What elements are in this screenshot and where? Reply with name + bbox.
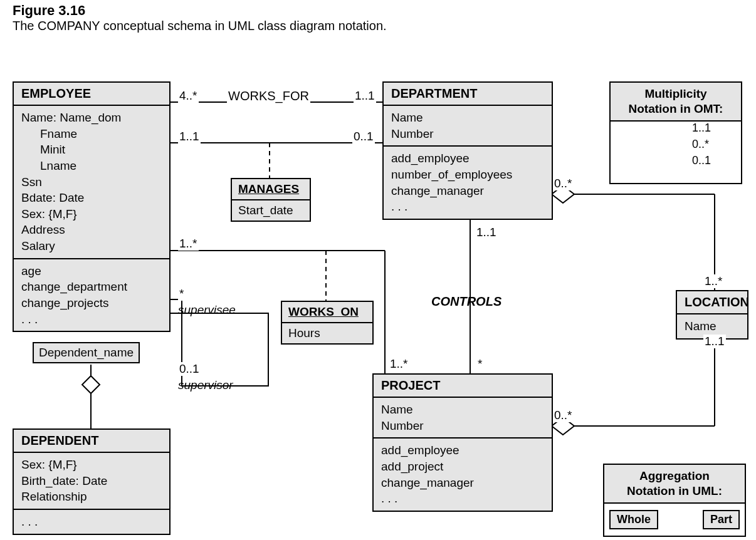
op: change_projects (21, 295, 162, 311)
qualifier-dependent-name: Dependent_name (33, 342, 140, 363)
legend-item: 0..1 (692, 154, 711, 167)
op: . . . (391, 199, 544, 215)
legend-title: Multiplicity (644, 87, 706, 100)
attr: Number (381, 418, 544, 434)
svg-marker-8 (82, 376, 100, 393)
op: change_manager (391, 183, 544, 199)
attr: Lname (21, 158, 162, 174)
attr: Sex: {M,F} (21, 457, 162, 473)
rel-controls: CONTROLS (431, 294, 501, 309)
mult-deptloc-loc: 1..* (703, 274, 724, 288)
op: add_employee (381, 442, 544, 459)
attr: Name (381, 402, 544, 418)
legend-whole: Whole (609, 510, 658, 529)
mult-supervisee: * (178, 287, 185, 301)
mult-workson-bot: 1..* (389, 357, 409, 371)
assoc-class-workson: WORKS_ON Hours (281, 301, 374, 345)
legend-title: Notation in OMT: (629, 102, 723, 115)
class-title: DEPENDENT (14, 430, 169, 453)
role-supervisee: supervisee (178, 303, 236, 317)
mult-manages-right: 0..1 (352, 130, 375, 143)
class-title: LOCATION (677, 291, 747, 314)
attr: Minit (21, 142, 162, 158)
attr: Name (685, 318, 740, 335)
attr: Relationship (21, 489, 162, 505)
mult-workson-right: * (476, 357, 483, 371)
mult-supervisor: 0..1 (178, 362, 201, 376)
mult-manages-left: 1..1 (178, 130, 201, 143)
assoc-title: WORKS_ON (282, 302, 372, 323)
op: add_employee (391, 150, 544, 167)
attr: Birth_date: Date (21, 473, 162, 489)
mult-controls-top: 1..1 (475, 226, 498, 239)
attr: Salary (21, 238, 162, 254)
op: . . . (21, 311, 162, 328)
legend-title: Notation in UML: (627, 484, 722, 497)
class-dependent: DEPENDENT Sex: {M,F} Birth_date: Date Re… (13, 428, 171, 535)
class-title: EMPLOYEE (14, 83, 169, 106)
assoc-attr: Start_date (232, 200, 310, 221)
op: number_of_employees (391, 167, 544, 183)
mult-projloc-loc: 1..1 (703, 335, 726, 348)
class-employee: EMPLOYEE Name: Name_dom Fname Minit Lnam… (13, 81, 171, 332)
assoc-attr: Hours (282, 323, 372, 343)
class-title: PROJECT (374, 375, 552, 398)
legend-title: Aggregation (639, 469, 710, 482)
class-title: DEPARTMENT (384, 83, 552, 106)
attr: Sex: {M,F} (21, 206, 162, 222)
op: . . . (21, 514, 162, 530)
mult-deptloc-dept: 0..* (553, 177, 574, 190)
op: change_department (21, 279, 162, 295)
attr: Fname (21, 126, 162, 142)
mult-worksfor-right: 1..1 (354, 89, 376, 103)
attr: Ssn (21, 174, 162, 190)
mult-worksfor-left: 4..* (178, 89, 199, 103)
legend-item: 0..* (692, 138, 709, 151)
class-department: DEPARTMENT Name Number add_employee numb… (382, 81, 553, 220)
attr: Number (391, 126, 544, 142)
class-location: LOCATION Name (676, 290, 748, 340)
rel-worksfor: WORKS_FOR (227, 89, 310, 103)
assoc-class-manages: MANAGES Start_date (231, 178, 311, 222)
op: . . . (381, 491, 544, 507)
op: age (21, 263, 162, 279)
legend-part: Part (703, 510, 740, 529)
legend-omt-multiplicity: Multiplicity Notation in OMT: 1..1 0..* … (609, 81, 742, 184)
assoc-title: MANAGES (232, 179, 310, 200)
attr: Name (391, 110, 544, 126)
attr: Name: Name_dom (21, 110, 162, 126)
mult-projloc-proj: 0..* (553, 408, 574, 422)
class-project: PROJECT Name Number add_employee add_pro… (372, 373, 553, 512)
op: add_project (381, 459, 544, 475)
mult-workson-left: 1..* (178, 237, 199, 251)
attr: Bdate: Date (21, 190, 162, 206)
legend-uml-aggregation: Aggregation Notation in UML: Whole Part (603, 464, 746, 537)
legend-item: 1..1 (692, 122, 711, 135)
op: change_manager (381, 475, 544, 491)
role-supervisor: supervisor (178, 378, 233, 392)
attr: Address (21, 222, 162, 238)
